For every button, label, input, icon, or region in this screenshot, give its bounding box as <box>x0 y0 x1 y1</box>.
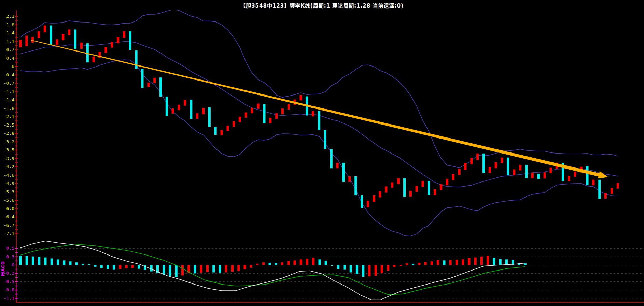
y-axis-label: -5.3 <box>4 189 14 194</box>
candle <box>367 201 369 207</box>
macd-histogram-bar <box>181 265 184 275</box>
candle <box>519 165 521 170</box>
macd-histogram-bar <box>381 265 383 273</box>
candle <box>93 57 95 63</box>
candle <box>251 108 253 113</box>
macd-histogram-bar <box>493 258 495 265</box>
y-axis-label: -2.8 <box>4 131 14 136</box>
y-axis-label: 0.4 <box>6 56 15 61</box>
candle <box>263 104 266 123</box>
macd-histogram-bar <box>449 260 452 265</box>
macd-histogram-bar <box>456 260 458 265</box>
candle <box>104 47 107 53</box>
candle <box>300 95 302 100</box>
y-axis-label: -2.5 <box>4 122 14 128</box>
candle <box>147 83 150 87</box>
macd-histogram-bar <box>412 264 414 265</box>
y-axis-label: -0.7 <box>4 81 14 86</box>
y-axis-label: -7.1 <box>4 231 14 236</box>
macd-histogram-bar <box>474 258 477 265</box>
macd-histogram-bar <box>138 265 140 269</box>
candle <box>257 104 260 109</box>
candle <box>422 181 424 187</box>
candle <box>604 193 607 199</box>
y-axis-label: -0.4 <box>4 72 14 77</box>
macd-histogram-bar <box>44 258 47 265</box>
macd-histogram-bar <box>344 265 346 270</box>
macd-histogram-bar <box>437 260 439 265</box>
candle <box>44 26 46 32</box>
candle <box>245 112 247 117</box>
macd-histogram-bar <box>194 265 196 273</box>
candle <box>190 100 192 119</box>
candle <box>525 165 528 178</box>
candle <box>611 188 613 194</box>
macd-histogram-bar <box>319 259 321 265</box>
macd-histogram-bar <box>256 264 258 265</box>
candle <box>574 172 576 177</box>
candle <box>129 31 131 50</box>
chart-canvas[interactable]: 2.11.81.41.10.70.40-0.4-0.7-1.1-1.4-1.8-… <box>0 0 644 306</box>
macd-histogram-bar <box>100 265 103 268</box>
macd-histogram-bar <box>300 259 302 265</box>
macd-histogram-bar <box>356 265 358 274</box>
bollinger-lower-line <box>20 60 618 236</box>
dea-line <box>20 245 525 295</box>
candle <box>397 178 400 184</box>
y-axis-label: -1.1 <box>4 89 14 94</box>
candle <box>586 166 589 185</box>
macd-histogram-bar <box>63 260 65 265</box>
trading-chart-window: 【胆3548中123】频率K线(周期:1 理论周期:1.28 当前遗漏:0) 2… <box>0 0 644 306</box>
candle <box>123 31 125 38</box>
candle <box>111 42 113 48</box>
y-axis-label: -6.7 <box>4 223 14 228</box>
candle <box>38 31 40 38</box>
bollinger-upper-line <box>20 10 618 168</box>
y-axis-label: -1.1 <box>4 296 14 301</box>
macd-histogram-bar <box>250 265 252 268</box>
macd-histogram-bar <box>468 258 471 265</box>
main-pane <box>19 10 619 236</box>
y-axis-label: 1.4 <box>6 30 15 35</box>
y-axis-label: -4.6 <box>4 173 14 178</box>
candle <box>434 189 436 195</box>
macd-histogram-bar <box>119 265 122 269</box>
macd-histogram-bar <box>169 265 171 276</box>
candle <box>507 158 509 175</box>
candle <box>354 176 357 195</box>
candle <box>202 108 205 114</box>
candle <box>379 191 381 197</box>
candle <box>495 162 497 169</box>
candle <box>56 39 58 45</box>
candle <box>269 118 271 123</box>
y-axis-label: -3.9 <box>4 156 14 161</box>
macd-histogram-bar <box>387 265 389 271</box>
candle <box>361 195 363 208</box>
candle <box>440 184 442 190</box>
candle <box>74 30 76 49</box>
macd-histogram-bar <box>424 262 427 265</box>
y-axis-label: -5.6 <box>4 198 14 203</box>
macd-histogram-bar <box>51 258 53 265</box>
y-axis-label: -1.4 <box>4 97 14 102</box>
candle <box>592 180 594 185</box>
candle <box>184 100 186 106</box>
candle <box>50 26 52 45</box>
macd-pane <box>19 241 527 300</box>
macd-histogram-bar <box>212 265 215 272</box>
macd-histogram-bar <box>375 265 377 276</box>
candle <box>19 40 22 47</box>
y-axis-label: 0.5 <box>6 246 14 251</box>
macd-histogram-bar <box>406 263 408 265</box>
macd-histogram-bar <box>94 265 97 267</box>
y-axis-label: 0 <box>12 262 14 267</box>
candle <box>428 181 430 195</box>
candle <box>214 127 217 135</box>
macd-histogram-bar <box>125 265 128 268</box>
macd-histogram-bar <box>107 265 109 269</box>
candle <box>501 158 503 163</box>
candle <box>172 108 174 114</box>
macd-histogram-bar <box>150 265 153 272</box>
y-axis-label: -2.1 <box>4 114 14 119</box>
candle <box>568 176 570 181</box>
